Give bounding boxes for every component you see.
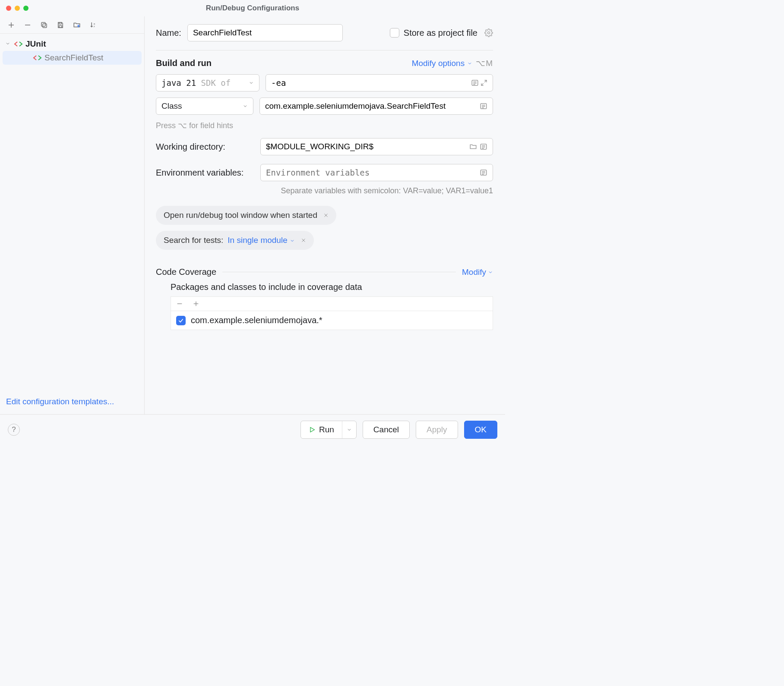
vm-options-input[interactable] <box>266 74 493 91</box>
run-dropdown[interactable] <box>342 427 356 432</box>
ok-button[interactable]: OK <box>464 421 497 439</box>
chip-search-value-text: In single module <box>228 236 287 245</box>
chevron-down-icon <box>243 104 248 109</box>
list-icon[interactable] <box>471 79 479 87</box>
scope-select[interactable]: Class <box>156 98 253 115</box>
coverage-title: Code Coverage <box>156 267 216 277</box>
content: Name: Store as project file Build and ru… <box>145 16 505 414</box>
window-title: Run/Debug Configurations <box>0 4 505 13</box>
folder-config-icon[interactable] <box>73 21 81 29</box>
edit-templates-link[interactable]: Edit configuration templates... <box>0 392 144 414</box>
add-item-icon[interactable] <box>192 299 200 308</box>
close-icon[interactable] <box>301 238 306 243</box>
env-label: Environment variables: <box>156 168 254 178</box>
class-input[interactable] <box>259 98 493 115</box>
svg-line-16 <box>484 80 487 82</box>
play-icon <box>309 426 316 433</box>
modify-shortcut: ⌥M <box>476 58 493 68</box>
store-row: Store as project file <box>390 28 493 38</box>
wd-row: Working directory: <box>156 138 493 155</box>
coverage-toolbar <box>171 296 493 311</box>
close-icon[interactable] <box>323 213 329 218</box>
section-coverage: Code Coverage Modify <box>156 267 493 277</box>
run-button[interactable]: Run <box>300 421 357 439</box>
wd-field[interactable] <box>266 142 467 151</box>
expand-icon[interactable] <box>481 79 487 86</box>
apply-button[interactable]: Apply <box>416 421 458 439</box>
svg-line-17 <box>481 83 484 85</box>
sdk-suffix: SDK of <box>201 78 231 88</box>
sdk-value: java 21 <box>161 78 196 88</box>
section-title: Build and run <box>156 58 212 68</box>
save-config-icon[interactable] <box>56 21 65 29</box>
vm-options-field[interactable] <box>271 78 468 88</box>
env-row: Environment variables: <box>156 164 493 181</box>
svg-marker-37 <box>310 427 314 432</box>
svg-text:a: a <box>94 22 95 25</box>
name-input-field[interactable] <box>193 28 337 38</box>
modify-options-label: Modify options <box>412 59 465 68</box>
config-tree: JUnit SearchFieldTest <box>0 34 144 392</box>
titlebar: Run/Debug Configurations <box>0 0 505 16</box>
sdk-row: java 21 SDK of <box>156 74 493 91</box>
remove-config-icon[interactable] <box>23 21 32 29</box>
tree-label: JUnit <box>25 39 46 49</box>
gear-icon[interactable] <box>484 28 493 37</box>
class-row: Class <box>156 98 493 115</box>
window: Run/Debug Configurations <box>0 0 505 444</box>
add-config-icon[interactable] <box>7 21 16 29</box>
env-field[interactable] <box>266 168 477 177</box>
modify-options-link[interactable]: Modify options <box>412 59 473 68</box>
copy-config-icon[interactable] <box>40 21 48 29</box>
svg-rect-6 <box>59 25 62 28</box>
footer: ? Run Cancel Apply OK <box>0 414 505 444</box>
divider <box>222 272 456 272</box>
chip-search-tests[interactable]: Search for tests: In single module <box>156 231 314 250</box>
wd-label: Working directory: <box>156 142 254 152</box>
list-icon[interactable] <box>480 169 487 176</box>
folder-icon[interactable] <box>469 143 477 151</box>
chip-search-value[interactable]: In single module <box>228 236 295 245</box>
chip-label: Search for tests: <box>164 236 223 245</box>
test-icon <box>33 55 42 61</box>
close-window-button[interactable] <box>6 6 11 11</box>
list-icon[interactable] <box>480 143 487 151</box>
env-input[interactable] <box>260 164 493 181</box>
sort-config-icon[interactable]: az <box>89 21 98 29</box>
class-field[interactable] <box>265 101 477 111</box>
section-build-run: Build and run Modify options ⌥M <box>156 58 493 68</box>
name-row: Name: Store as project file <box>156 24 493 41</box>
chips-row: Open run/debug tool window when started … <box>156 206 493 256</box>
store-checkbox[interactable] <box>390 28 399 38</box>
maximize-window-button[interactable] <box>23 6 28 11</box>
tree-node-junit[interactable]: JUnit <box>3 37 142 51</box>
divider <box>156 50 493 50</box>
remove-item-icon[interactable] <box>175 299 184 308</box>
coverage-item-text: com.example.seleniumdemojava.* <box>191 315 322 325</box>
coverage-subtitle: Packages and classes to include in cover… <box>171 282 493 292</box>
body: az JUnit <box>0 16 505 414</box>
chip-open-tool-window[interactable]: Open run/debug tool window when started <box>156 206 336 225</box>
help-button[interactable]: ? <box>8 424 20 436</box>
coverage-modify-link[interactable]: Modify <box>462 267 493 277</box>
chevron-down-icon <box>5 41 11 47</box>
minimize-window-button[interactable] <box>15 6 20 11</box>
svg-rect-3 <box>43 24 47 28</box>
sidebar: az JUnit <box>0 16 145 414</box>
junit-icon <box>14 41 23 47</box>
coverage-checkbox[interactable] <box>176 316 186 325</box>
list-icon[interactable] <box>480 102 487 110</box>
sdk-select[interactable]: java 21 SDK of <box>156 74 259 91</box>
coverage-item[interactable]: com.example.seleniumdemojava.* <box>171 311 493 330</box>
name-input[interactable] <box>187 24 343 41</box>
chip-label: Open run/debug tool window when started <box>164 211 317 220</box>
wd-input[interactable] <box>260 138 493 155</box>
sidebar-toolbar: az <box>0 16 144 34</box>
tree-node-searchfieldtest[interactable]: SearchFieldTest <box>3 51 142 65</box>
cancel-button[interactable]: Cancel <box>363 421 410 439</box>
name-label: Name: <box>156 28 181 38</box>
traffic-lights <box>6 6 28 11</box>
env-hint: Separate variables with semicolon: VAR=v… <box>156 186 493 195</box>
field-hints: Press ⌥ for field hints <box>156 121 493 130</box>
scope-value: Class <box>161 101 182 111</box>
